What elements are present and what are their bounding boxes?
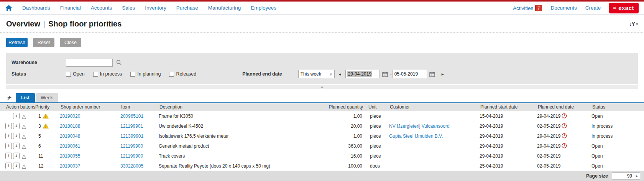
nav-sales[interactable]: Sales: [122, 5, 135, 11]
col-priority[interactable]: Priority: [34, 104, 60, 110]
warning-outline-icon[interactable]: △: [22, 123, 26, 129]
tab-list[interactable]: List: [16, 93, 35, 102]
unit-cell: piece: [368, 133, 389, 139]
priority-cell: 3: [34, 123, 60, 129]
move-down-button[interactable]: ↓: [13, 123, 20, 129]
shop-order-link[interactable]: 20190048: [60, 133, 80, 139]
col-customer[interactable]: Customer: [389, 104, 480, 110]
date-from-input[interactable]: 29-04-2019: [345, 70, 380, 78]
calendar-icon[interactable]: [429, 71, 435, 77]
tab-week[interactable]: Week: [36, 93, 58, 102]
period-select[interactable]: This week ∨: [298, 70, 335, 78]
collapse-filter-handle[interactable]: ∧: [6, 85, 638, 89]
warning-outline-icon[interactable]: △: [22, 153, 26, 159]
warning-outline-icon[interactable]: △: [22, 133, 26, 139]
customer-link[interactable]: NV IJzergieterij Vulcaansoord: [389, 123, 450, 129]
unit-cell: doos: [368, 163, 389, 169]
table-row: ↑↓△520190048121399901Isolatiewerk 176,5 …: [0, 131, 644, 141]
start-date-cell: 25-04-2019: [480, 163, 537, 169]
item-link[interactable]: 121199900: [120, 153, 143, 159]
nav-employees[interactable]: Employees: [251, 5, 276, 11]
start-date-cell: 29-04-2019: [480, 123, 537, 129]
move-down-button[interactable]: ↓: [13, 153, 20, 159]
next-page-arrow[interactable]: ►: [634, 174, 640, 178]
item-cell: 121199900: [120, 153, 159, 159]
next-period-arrow[interactable]: ►: [441, 72, 445, 76]
nav-dashboards[interactable]: Dashboards: [22, 5, 50, 11]
nav-documents[interactable]: Documents: [550, 5, 577, 11]
customer-cell: NV IJzergieterij Vulcaansoord: [389, 123, 480, 129]
move-down-button[interactable]: ↓: [13, 133, 20, 139]
col-unit[interactable]: Unit: [368, 104, 389, 110]
quantity-cell: 1,00: [325, 133, 368, 139]
chevron-down-icon: ▾: [636, 22, 638, 26]
col-action-buttons[interactable]: Action buttons: [0, 104, 34, 110]
end-date-alert-icon: [562, 113, 567, 118]
move-up-button[interactable]: ↑: [5, 143, 12, 149]
nav-accounts[interactable]: Accounts: [91, 5, 112, 11]
col-planned-end-date[interactable]: Planned end date: [537, 104, 591, 110]
status-cell: Open: [591, 163, 644, 169]
checkbox-open[interactable]: Open: [66, 71, 85, 77]
shop-order-link[interactable]: 20190061: [60, 143, 80, 149]
move-down-button[interactable]: ↓: [13, 143, 20, 149]
shop-order-link[interactable]: 20190055: [60, 153, 80, 159]
warning-outline-icon[interactable]: △: [22, 163, 26, 169]
item-link[interactable]: 121199900: [120, 143, 143, 149]
refresh-button[interactable]: Refresh: [6, 38, 28, 47]
move-up-spacer: [5, 113, 12, 119]
checkbox-released[interactable]: Released: [169, 71, 196, 77]
unit-cell: piece: [368, 123, 389, 129]
page-size-input[interactable]: 99 ►: [612, 172, 640, 179]
reset-button[interactable]: Reset: [33, 38, 54, 47]
move-up-button[interactable]: ↑: [5, 153, 12, 159]
checkbox-in-planning[interactable]: In planning: [130, 71, 161, 77]
warning-outline-icon[interactable]: △: [22, 113, 26, 119]
col-status[interactable]: Status: [591, 104, 644, 110]
col-item[interactable]: Item: [120, 104, 159, 110]
col-description[interactable]: Description: [159, 104, 325, 110]
end-date-cell: 29-04-2019: [537, 143, 591, 149]
shop-order-link[interactable]: 20180188: [60, 123, 80, 129]
table-header: Action buttons Priority Shop order numbe…: [0, 103, 644, 111]
move-up-button[interactable]: ↑: [5, 163, 12, 169]
nav-create[interactable]: Create: [585, 5, 601, 11]
status-cell: In process: [591, 123, 644, 129]
checkbox-in-process[interactable]: In process: [93, 71, 122, 77]
start-date-cell: 29-04-2019: [480, 153, 537, 159]
close-button[interactable]: Close: [60, 38, 81, 47]
customer-link[interactable]: Gupta Steel IJmuiden B.V.: [389, 133, 443, 139]
pin-icon[interactable]: [7, 95, 12, 100]
move-up-button[interactable]: ↑: [5, 133, 12, 139]
previous-period-arrow[interactable]: ◄: [338, 72, 342, 76]
nav-manufacturing[interactable]: Manufacturing: [208, 5, 241, 11]
col-planned-start-date[interactable]: Planned start date: [480, 104, 537, 110]
warehouse-input[interactable]: [66, 59, 113, 67]
col-shop-order-number[interactable]: Shop order number: [60, 104, 120, 110]
move-up-button[interactable]: ↑: [5, 123, 12, 129]
date-to-input[interactable]: 05-05-2019: [393, 70, 427, 78]
item-link[interactable]: 121399901: [120, 133, 143, 139]
nav-activities[interactable]: Activities7: [513, 5, 542, 11]
nav-purchase[interactable]: Purchase: [176, 5, 198, 11]
sort-filter-icon[interactable]: ↓Y▾: [629, 21, 638, 27]
quantity-cell: 16,00: [325, 153, 368, 159]
checkbox-icon: [93, 72, 98, 77]
home-icon[interactable]: [5, 5, 12, 11]
shop-order-link[interactable]: 20190037: [60, 163, 80, 169]
exact-logo[interactable]: = exact: [609, 3, 639, 13]
item-link[interactable]: 200965101: [120, 114, 143, 119]
search-icon[interactable]: [116, 59, 122, 66]
nav-financial[interactable]: Financial: [60, 5, 81, 11]
item-link[interactable]: 330228005: [120, 163, 143, 169]
shop-order-link[interactable]: 20190020: [60, 114, 80, 119]
item-link[interactable]: 121199901: [120, 123, 143, 129]
warning-outline-icon[interactable]: △: [22, 143, 26, 149]
calendar-icon[interactable]: [382, 71, 388, 77]
move-down-button[interactable]: ↓: [13, 113, 20, 119]
table-row: ↓△120190020200965101Frame for K30501,00p…: [0, 111, 644, 121]
col-planned-quantity[interactable]: Planned quantity: [325, 104, 368, 110]
move-down-button[interactable]: ↓: [13, 163, 20, 169]
nav-inventory[interactable]: Inventory: [145, 5, 166, 11]
item-cell: 200965101: [120, 114, 159, 119]
